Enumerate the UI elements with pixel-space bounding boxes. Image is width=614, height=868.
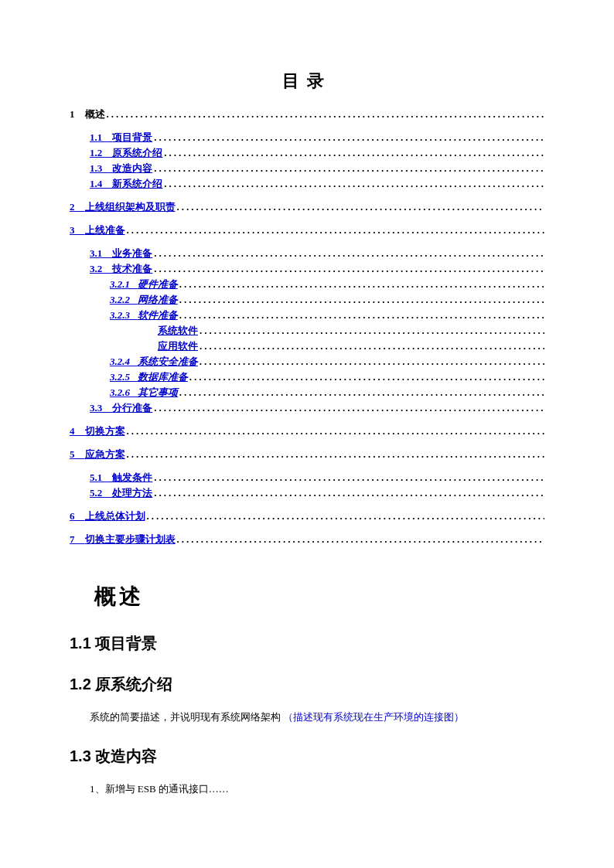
paragraph-1-2: 系统的简要描述，并说明现有系统网络架构 （描述现有系统现在生产环境的连接图） [70,709,544,726]
paragraph-1-2-note: （描述现有系统现在生产环境的连接图） [283,711,464,723]
toc-entry[interactable]: 3.2.3 软件准备 [70,308,544,323]
toc-entry-number: 2 [70,199,85,215]
toc-entry-number: 3 [70,223,85,238]
toc-entry-label: 系统安全准备 [138,354,198,369]
toc-entry-number: 6 [70,509,85,524]
toc-entry-label: 网络准备 [138,292,178,308]
toc-dot-leader [179,308,544,323]
toc-entry-label: 处理方法 [112,485,152,501]
toc-entry[interactable]: 5.2 处理方法 [70,485,544,501]
toc-entry[interactable]: 1.2 原系统介绍 [70,145,544,161]
toc-container: 1 概述1.1 项目背景1.2 原系统介绍1.3 改造内容1.4 新系统介绍2 … [70,107,544,547]
toc-entry-number: 3.2.2 [110,292,138,308]
toc-dot-leader [154,261,544,277]
toc-entry-label: 上线组织架构及职责 [85,199,176,215]
toc-entry[interactable]: 3.2.6 其它事项 [70,385,544,400]
toc-entry[interactable]: 应用软件 [70,339,544,354]
toc-dot-leader [147,509,545,524]
toc-entry[interactable]: 3.2.4 系统安全准备 [70,354,544,369]
toc-entry-label: 业务准备 [112,246,152,261]
toc-entry-number: 1 [70,107,85,122]
toc-entry-number: 5.1 [90,470,112,485]
toc-entry-label: 软件准备 [138,308,178,323]
toc-entry[interactable]: 3.2.1 硬件准备 [70,277,544,292]
toc-entry-label: 新系统介绍 [112,176,162,192]
toc-entry[interactable]: 系统软件 [70,323,544,339]
toc-entry-label: 项目背景 [112,130,152,145]
toc-entry[interactable]: 1.3 改造内容 [70,161,544,176]
toc-dot-leader [127,447,545,462]
toc-dot-leader [189,369,544,385]
toc-entry-number: 7 [70,532,85,547]
toc-dot-leader [127,223,545,238]
toc-dot-leader [154,400,544,416]
toc-entry-number: 3.2 [90,261,112,277]
toc-entry-number: 5 [70,447,85,462]
toc-entry-label: 改造内容 [112,161,152,176]
heading-overview: 概述 [70,582,544,611]
toc-entry-label: 技术准备 [112,261,152,277]
toc-entry-number: 4 [70,424,85,439]
toc-entry-label: 系统软件 [158,323,198,339]
toc-dot-leader [154,161,544,176]
toc-entry-label: 硬件准备 [138,277,178,292]
toc-entry[interactable]: 3.1 业务准备 [70,246,544,261]
toc-entry[interactable]: 3.2 技术准备 [70,261,544,277]
toc-entry-label: 应急方案 [85,447,125,462]
toc-entry[interactable]: 3 上线准备 [70,223,544,238]
toc-entry-label: 其它事项 [138,385,178,400]
toc-entry-number: 3.1 [90,246,112,261]
toc-entry[interactable]: 6 上线总体计划 [70,509,544,524]
toc-entry-number: 3.2.5 [110,369,138,385]
toc-entry[interactable]: 5 应急方案 [70,447,544,462]
toc-entry-number: 3.2.1 [110,277,138,292]
toc-dot-leader [177,532,545,547]
heading-1-3: 1.3 改造内容 [70,746,544,767]
toc-dot-leader [179,292,544,308]
toc-entry-label: 原系统介绍 [112,145,162,161]
toc-dot-leader [107,107,545,122]
toc-entry-label: 概述 [85,107,105,122]
toc-entry-label: 切换主要步骤计划表 [85,532,176,547]
toc-entry[interactable]: 3.2.5 数据库准备 [70,369,544,385]
toc-title: 目录 [70,70,544,93]
toc-entry-label: 上线总体计划 [85,509,145,524]
toc-dot-leader [200,339,544,354]
toc-entry[interactable]: 3.3 分行准备 [70,400,544,416]
toc-entry[interactable]: 1.1 项目背景 [70,130,544,145]
toc-entry[interactable]: 4 切换方案 [70,424,544,439]
toc-entry-number: 3.2.3 [110,308,138,323]
toc-dot-leader [154,470,544,485]
toc-entry-label: 数据库准备 [138,369,188,385]
toc-dot-leader [127,424,545,439]
toc-dot-leader [164,145,544,161]
toc-entry-label: 触发条件 [112,470,152,485]
toc-entry-label: 分行准备 [112,400,152,416]
toc-entry: 1 概述 [70,107,544,122]
toc-entry-number: 5.2 [90,485,112,501]
toc-entry-label: 应用软件 [158,339,198,354]
toc-entry-number: 1.1 [90,130,112,145]
toc-dot-leader [154,246,544,261]
toc-entry-number: 3.2.4 [110,354,138,369]
toc-entry[interactable]: 2 上线组织架构及职责 [70,199,544,215]
toc-entry-number: 1.3 [90,161,112,176]
toc-dot-leader [154,130,544,145]
toc-entry[interactable]: 3.2.2 网络准备 [70,292,544,308]
toc-dot-leader [154,485,544,501]
toc-entry-number: 3.3 [90,400,112,416]
toc-entry-label: 上线准备 [85,223,125,238]
toc-dot-leader [164,176,544,192]
toc-entry-label: 切换方案 [85,424,125,439]
toc-entry[interactable]: 1.4 新系统介绍 [70,176,544,192]
toc-entry[interactable]: 5.1 触发条件 [70,470,544,485]
toc-dot-leader [200,323,544,339]
heading-1-1: 1.1 项目背景 [70,633,544,654]
toc-entry-number: 1.2 [90,145,112,161]
paragraph-1-2-plain: 系统的简要描述，并说明现有系统网络架构 [90,711,281,723]
toc-entry[interactable]: 7 切换主要步骤计划表 [70,532,544,547]
toc-dot-leader [177,199,545,215]
toc-dot-leader [179,385,544,400]
heading-1-2: 1.2 原系统介绍 [70,674,544,695]
toc-entry-number: 1.4 [90,176,112,192]
